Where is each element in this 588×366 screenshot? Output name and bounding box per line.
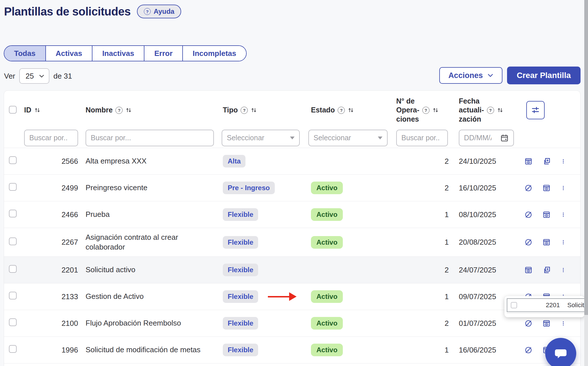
filter-tipo-select[interactable]: Seleccionar: [222, 130, 300, 146]
row-checkbox[interactable]: [9, 156, 17, 164]
hide-icon[interactable]: [525, 238, 532, 246]
filter-nombre-input[interactable]: Buscar por...: [86, 130, 214, 146]
page-size-select[interactable]: 25: [19, 68, 49, 84]
annotation-arrow: [268, 292, 297, 301]
help-button-label: Ayuda: [154, 7, 174, 15]
chat-widget-button[interactable]: [545, 338, 576, 366]
table-row: 2267 Asignación contrato al crear colabo…: [4, 228, 580, 257]
help-circle-icon[interactable]: ?: [241, 107, 248, 114]
menu-icon[interactable]: [561, 157, 566, 165]
row-operaciones: 1: [394, 292, 453, 301]
row-checkbox[interactable]: [9, 318, 17, 326]
help-circle-icon[interactable]: ?: [338, 107, 345, 114]
row-actions: [519, 238, 580, 246]
preview-icon[interactable]: [543, 184, 550, 192]
row-id: 2201: [24, 266, 82, 274]
help-circle-icon[interactable]: ?: [487, 107, 494, 114]
filter-operaciones-input[interactable]: Buscar por..: [396, 130, 448, 146]
divider: [507, 313, 585, 314]
row-name: Alta empresa XXX: [82, 156, 219, 166]
preview-icon[interactable]: [543, 320, 550, 327]
menu-icon[interactable]: [561, 184, 566, 192]
column-header-nombre: Nombre ?: [82, 106, 219, 114]
row-checkbox[interactable]: [9, 210, 17, 217]
row-checkbox[interactable]: [9, 292, 17, 299]
row-operaciones: 2: [394, 157, 453, 166]
menu-icon[interactable]: [561, 320, 566, 327]
sort-icon[interactable]: [251, 107, 257, 113]
row-actions: [519, 266, 580, 274]
tab-activas[interactable]: Activas: [46, 46, 93, 61]
menu-icon[interactable]: [561, 266, 566, 274]
chat-icon: [553, 346, 568, 361]
preview-icon[interactable]: [525, 157, 532, 165]
filter-fecha-input[interactable]: DD/MM/AAAA: [459, 130, 514, 146]
filter-estado-select[interactable]: Seleccionar: [308, 130, 388, 146]
estado-badge: Activo: [311, 317, 343, 330]
preview-icon[interactable]: [525, 266, 532, 274]
scrollbar-thumb[interactable]: [584, 0, 588, 315]
row-id: 1996: [24, 346, 82, 355]
help-circle-icon[interactable]: ?: [115, 107, 123, 114]
preview-icon[interactable]: [543, 211, 550, 219]
row-checkbox[interactable]: [9, 345, 17, 353]
column-settings-icon: [531, 105, 540, 115]
sort-icon[interactable]: [497, 107, 503, 113]
drag-preview-row: 2201 Solicitud activo: [507, 298, 585, 312]
tab-label: Todas: [14, 49, 36, 58]
tab-incompletas[interactable]: Incompletas: [183, 46, 246, 61]
tipo-badge: Flexible: [223, 344, 258, 356]
row-checkbox[interactable]: [9, 237, 17, 245]
row-fecha: 16/10/2025: [453, 184, 519, 192]
create-template-button[interactable]: Crear Plantilla: [507, 67, 581, 84]
chevron-down-icon: [39, 75, 44, 78]
table-row: 2566 Alta empresa XXX Alta 2 24/10/2025: [4, 148, 580, 175]
list-controls: Ver 25 de 31: [4, 68, 72, 84]
sort-icon[interactable]: [348, 107, 354, 113]
column-settings-button[interactable]: [526, 101, 545, 119]
hide-icon[interactable]: [525, 320, 532, 327]
row-checkbox: [511, 302, 517, 308]
table-filter-row: Buscar por.. Buscar por... Seleccionar S…: [4, 128, 580, 148]
calendar-icon[interactable]: [500, 134, 509, 142]
help-circle-icon[interactable]: ?: [422, 107, 430, 114]
menu-icon[interactable]: [561, 238, 566, 246]
hide-icon[interactable]: [525, 184, 532, 192]
row-checkbox[interactable]: [9, 265, 17, 273]
row-operaciones: 2: [394, 266, 453, 274]
sort-icon[interactable]: [432, 107, 439, 113]
select-all-checkbox[interactable]: [9, 106, 17, 114]
tipo-badge: Flexible: [223, 208, 258, 221]
help-circle-icon: ?: [144, 8, 151, 15]
sort-icon[interactable]: [125, 107, 132, 113]
tipo-badge: Flexible: [223, 317, 258, 330]
row-id: 2133: [24, 292, 82, 301]
table-row: 1996 Solicitud de modificación de metas …: [4, 337, 580, 363]
duplicate-icon[interactable]: [543, 157, 550, 165]
menu-icon[interactable]: [561, 211, 566, 219]
row-operaciones: 1: [394, 238, 453, 247]
actions-button[interactable]: Acciones: [439, 67, 502, 84]
tab-todas[interactable]: Todas: [4, 46, 46, 61]
row-id: 2566: [24, 157, 82, 166]
tab-inactivas[interactable]: Inactivas: [92, 46, 144, 61]
hide-icon[interactable]: [525, 346, 532, 354]
column-header-fecha: Fecha actuali- zación ?: [453, 97, 519, 124]
dropdown-arrow-icon: [378, 137, 382, 139]
tab-error[interactable]: Error: [144, 46, 183, 61]
hide-icon[interactable]: [525, 211, 532, 219]
filter-id-input[interactable]: Buscar por..: [24, 130, 78, 146]
row-checkbox[interactable]: [9, 183, 17, 191]
help-button[interactable]: ? Ayuda: [137, 5, 181, 18]
row-fecha: 08/10/2025: [453, 210, 519, 219]
row-name: Asignación contrato al crear colaborador: [82, 233, 219, 252]
preview-icon[interactable]: [543, 238, 550, 246]
scrollbar-track[interactable]: [584, 0, 588, 366]
duplicate-icon[interactable]: [543, 266, 550, 274]
drag-preview-card: 2201 Solicitud activo: [504, 296, 585, 317]
table-row: 2499 Preingreso vicente Pre - Ingreso Ac…: [4, 175, 580, 201]
row-operaciones: 2: [394, 319, 453, 328]
row-fecha: 20/08/2025: [453, 238, 519, 247]
row-operaciones: 1: [394, 346, 453, 355]
sort-icon[interactable]: [34, 107, 40, 113]
